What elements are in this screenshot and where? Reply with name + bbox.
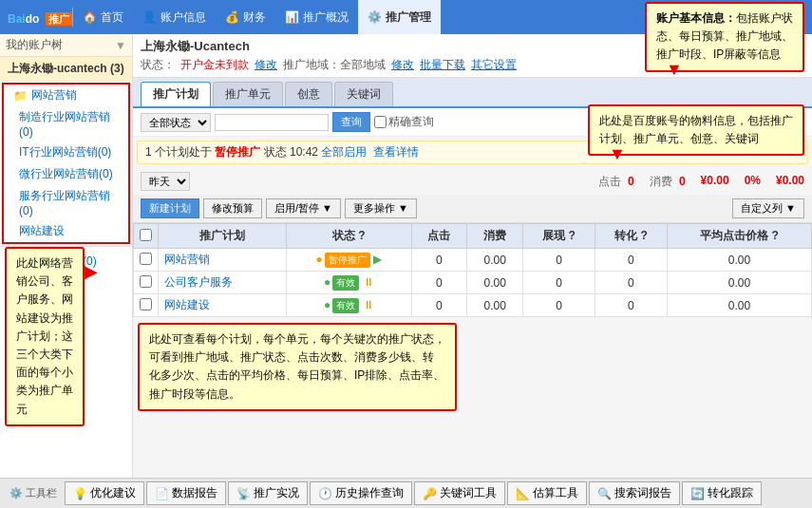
status-label: 状态： xyxy=(141,57,175,73)
tab-campaign[interactable]: 推广计划 xyxy=(141,82,211,106)
actions-left: 新建计划 修改预算 启用/暂停 ▼ 更多操作 ▼ xyxy=(141,198,417,218)
sidebar-item-micro[interactable]: 微行业网站营销(0) xyxy=(4,163,128,185)
footer-btn-conversion[interactable]: 🔄转化跟踪 xyxy=(682,481,762,505)
footer-btn-keyword-tool[interactable]: 🔑关键词工具 xyxy=(414,481,505,505)
new-plan-btn[interactable]: 新建计划 xyxy=(141,198,199,218)
footer-btn-report[interactable]: 📄数据报告 xyxy=(146,481,226,505)
footer: ⚙️ 工具栏 💡优化建议 📄数据报告 📡推广实况 🕐历史操作查询 🔑关键词工具 … xyxy=(0,478,812,508)
campaign-click-3: 0 xyxy=(411,294,467,317)
more-actions-btn[interactable]: 更多操作 ▼ xyxy=(345,198,417,218)
campaign-name-3[interactable]: 网站建设 xyxy=(159,294,287,317)
campaign-click-1: 0 xyxy=(411,249,467,272)
nav-overview[interactable]: 📊推广概况 xyxy=(275,0,358,34)
col-impression: 展现 ? xyxy=(523,224,595,249)
table-wrap: 推广计划 状态 ? 点击 消费 展现 ? 转化 ? 平均点击价格 ? 网站营销 xyxy=(133,223,812,317)
campaign-spend-2: 0.00 xyxy=(467,272,523,294)
annotation-mid-right: 此处是百度账号的物料信息，包括推广计划、推广单元、创意、关键词 ▼ xyxy=(588,104,804,156)
modify-budget-btn[interactable]: 修改预算 xyxy=(203,198,262,218)
sidebar-folder-marketing[interactable]: 📁 网站营销 xyxy=(4,85,128,106)
row-checkbox-2[interactable] xyxy=(140,275,152,288)
exact-match-label: 精确查询 xyxy=(374,114,434,130)
annotation-top-right: 账户基本信息：包括账户状态、每日预算、推广地域、推广时段、IP屏蔽等信息 ▼ xyxy=(645,2,804,72)
col-status: 状态 ? xyxy=(287,224,411,249)
query-btn[interactable]: 查询 xyxy=(332,112,370,132)
tab-keyword[interactable]: 关键词 xyxy=(334,82,393,106)
footer-btn-realtime[interactable]: 📡推广实况 xyxy=(228,481,308,505)
tab-creative[interactable]: 创意 xyxy=(285,82,332,106)
sidebar-header: 我的账户树 ▼ xyxy=(0,34,132,57)
stat-conversion: 0% xyxy=(745,174,761,190)
notice-enable-link[interactable]: 全部启用 xyxy=(321,145,367,159)
pause-icon-2[interactable]: ⏸ xyxy=(363,275,374,289)
nav-manage[interactable]: ⚙️推广管理 xyxy=(358,0,441,34)
download-link[interactable]: 批量下载 xyxy=(420,57,465,73)
date-bar: 昨天 点击 0 消费 0 ¥0.00 0% xyxy=(133,168,812,195)
col-conversion: 转化 ? xyxy=(595,224,667,249)
nav-finance[interactable]: 💰财务 xyxy=(216,0,275,34)
campaign-impression-1: 0 xyxy=(523,249,595,272)
col-avgprice: 平均点击价格 ? xyxy=(667,224,811,249)
region-modify-link[interactable]: 修改 xyxy=(391,57,414,73)
stat-click: 点击 0 xyxy=(598,174,634,190)
col-spend: 消费 xyxy=(467,224,523,249)
campaign-avgprice-2: 0.00 xyxy=(667,272,811,294)
campaign-spend-1: 0.00 xyxy=(467,249,523,272)
annotation-bottom-mid: 此处可查看每个计划，每个单元，每个关键次的推广状态，可看到推广地域、推广状态、点… xyxy=(138,323,457,411)
row-checkbox-1[interactable] xyxy=(140,253,152,265)
toolbar-label: ⚙️ 工具栏 xyxy=(4,484,63,502)
content-area: 上海永锄-Ucantech 状态： 开户金未到款 修改 推广地域：全部地域 修改… xyxy=(133,34,812,478)
sidebar-item-webdev[interactable]: 网站建设 xyxy=(4,220,128,242)
logo: Baido 推广 xyxy=(8,8,72,28)
search-input[interactable] xyxy=(215,114,329,131)
pause-icon-3[interactable]: ⏸ xyxy=(363,298,374,311)
campaign-name-1[interactable]: 网站营销 xyxy=(159,249,287,272)
tab-adgroup[interactable]: 推广单元 xyxy=(213,82,283,106)
stat-avgprice: ¥0.00 xyxy=(776,174,804,190)
campaign-click-2: 0 xyxy=(411,272,467,294)
header-nav: 🏠首页 👤账户信息 💰财务 📊推广概况 ⚙️推广管理 xyxy=(73,0,441,34)
date-selector[interactable]: 昨天 xyxy=(141,172,190,191)
sidebar-title: 我的账户树 xyxy=(6,37,63,53)
campaign-status-3: ●有效 ⏸ xyxy=(287,294,411,317)
nav-account[interactable]: 👤账户信息 xyxy=(133,0,216,34)
actions-bar: 新建计划 修改预算 启用/暂停 ▼ 更多操作 ▼ 自定义列 ▼ xyxy=(133,195,812,223)
stat-spend: 消费 0 xyxy=(650,174,686,190)
main-layout: 我的账户树 ▼ 上海永锄-ucantech (3) 📁 网站营销 制造行业网站营… xyxy=(0,34,812,478)
nav-home[interactable]: 🏠首页 xyxy=(73,0,133,34)
footer-btn-optimize[interactable]: 💡优化建议 xyxy=(65,481,144,505)
play-icon-1[interactable]: ▶ xyxy=(373,253,382,266)
enable-pause-btn[interactable]: 启用/暂停 ▼ xyxy=(266,198,341,218)
col-campaign: 推广计划 xyxy=(159,224,287,249)
campaign-conversion-3: 0 xyxy=(595,294,667,317)
campaign-conversion-2: 0 xyxy=(595,272,667,294)
other-settings-link[interactable]: 其它设置 xyxy=(471,57,517,73)
region-label: 推广地域：全部地域 xyxy=(283,57,386,73)
annotation-bottom-left: 此处网络营销公司、客户服务、网站建设为推广计划；这三个大类下面的每个小类为推广单… xyxy=(5,247,85,426)
status-filter[interactable]: 全部状态 有效 暂停 xyxy=(141,113,211,132)
sidebar-account-item[interactable]: 上海永锄-ucantech (3) xyxy=(0,57,132,81)
footer-btn-history[interactable]: 🕐历史操作查询 xyxy=(310,481,412,505)
campaign-name-2[interactable]: 公司客户服务 xyxy=(159,272,287,294)
modify-status-link[interactable]: 修改 xyxy=(255,57,277,73)
exact-match-checkbox[interactable] xyxy=(374,116,387,128)
custom-col-btn[interactable]: 自定义列 ▼ xyxy=(732,198,804,218)
stat-impression: ¥0.00 xyxy=(701,174,729,190)
sidebar-marketing-label: 网站营销 xyxy=(31,87,77,103)
sidebar-campaigns-section: 📁 网站营销 制造行业网站营销(0) IT行业网站营销(0) 微行业网站营销(0… xyxy=(2,83,130,244)
notice-detail-link[interactable]: 查看详情 xyxy=(373,145,419,159)
select-all-checkbox[interactable] xyxy=(140,229,152,241)
sidebar-item-manufacture[interactable]: 制造行业网站营销(0) xyxy=(4,106,128,141)
sidebar-account-name: 上海永锄-ucantech (3) xyxy=(8,62,124,75)
sidebar-collapse[interactable]: ▼ xyxy=(115,39,126,52)
table-row: 网站营销 ●暂停推广 ▶ 0 0.00 0 0 0.00 xyxy=(134,249,812,272)
exact-match-text: 精确查询 xyxy=(388,114,434,130)
sidebar-item-service[interactable]: 服务行业网站营销(0) xyxy=(4,185,128,220)
campaign-conversion-1: 0 xyxy=(595,249,667,272)
campaign-impression-2: 0 xyxy=(523,272,595,294)
row-checkbox-3[interactable] xyxy=(140,298,152,310)
sidebar-item-it[interactable]: IT行业网站营销(0) xyxy=(4,141,128,163)
col-click: 点击 xyxy=(411,224,467,249)
table-row: 网站建设 ●有效 ⏸ 0 0.00 0 0 0.00 xyxy=(134,294,812,317)
footer-btn-search-report[interactable]: 🔍搜索词报告 xyxy=(589,481,680,505)
footer-btn-estimate[interactable]: 📐估算工具 xyxy=(507,481,587,505)
